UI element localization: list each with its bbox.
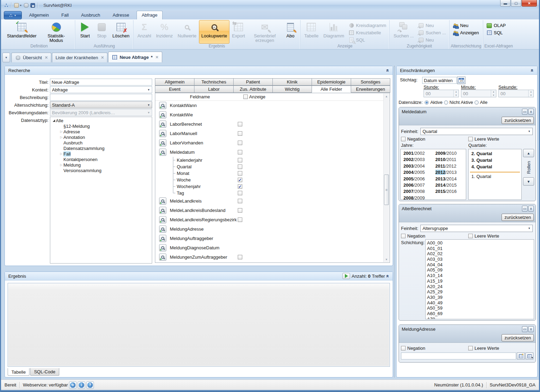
ribbon-button-suchen[interactable]: ↷Suchen ... xyxy=(391,20,416,44)
quick-access-save-button[interactable] xyxy=(31,3,35,8)
schichtung-item-a25-29[interactable]: A25_29 xyxy=(426,289,534,295)
leere-werte-checkbox[interactable] xyxy=(468,346,473,350)
anzeige-checkbox-kalenderjahr[interactable] xyxy=(238,158,242,162)
anzeige-checkbox-woche[interactable] xyxy=(238,178,242,182)
year-item-2009-2010[interactable]: 2009/2010 xyxy=(433,151,464,157)
tree-item-meldung[interactable]: ▷Meldung xyxy=(50,162,152,168)
run-query-button[interactable] xyxy=(342,273,350,279)
time-spinner-stunde[interactable]: 00▲▼ xyxy=(424,90,459,97)
collapse-icon[interactable]: « xyxy=(530,69,535,72)
leere-werte-checkbox[interactable] xyxy=(468,234,473,238)
field-tab-alle-felder[interactable]: Alle Felder xyxy=(312,86,351,93)
tree-item-datensatzsammlung[interactable]: Datensatzsammlung xyxy=(50,145,152,151)
ribbon-button-löschen[interactable]: ✗Löschen xyxy=(110,20,132,44)
section-minimize-button[interactable]: ▭ xyxy=(522,326,528,332)
tree-item-fall[interactable]: ▷Fall xyxy=(50,151,152,157)
year-item-2002-2003[interactable]: 2002/2003 xyxy=(401,157,433,163)
ribbon-tab-fall[interactable]: Fall xyxy=(56,11,74,19)
maximize-button[interactable]: ▢ xyxy=(511,0,521,7)
close-button[interactable]: ✕ xyxy=(522,0,537,7)
leere-werte-checkbox[interactable] xyxy=(468,137,473,141)
schichtung-item-a02-02[interactable]: A02_02 xyxy=(426,251,534,257)
collapse-icon[interactable]: « xyxy=(385,69,390,72)
ribbon-button-standardfelder[interactable]: ✓✎Standardfelder xyxy=(5,20,39,44)
schichtung-item-a10-14[interactable]: A10_14 xyxy=(426,273,534,278)
info-button[interactable]: i xyxy=(78,381,85,389)
year-item-2006-2007[interactable]: 2006/2007 xyxy=(401,182,433,189)
ribbon-button-start[interactable]: Start xyxy=(77,20,93,44)
ergebnis-tab-sql-code[interactable]: SQL-Code xyxy=(30,368,59,376)
year-item-2008-2009[interactable]: 2008/2009 xyxy=(401,195,433,200)
alterberechnet-reset-button[interactable]: zurücksetzen xyxy=(502,214,534,221)
close-icon[interactable]: ✕ xyxy=(45,55,48,60)
datensaetze-radio-aktive[interactable] xyxy=(425,100,429,105)
quartal-item-1-quartal[interactable]: 1. Quartal xyxy=(469,174,521,180)
help-button[interactable]: ? xyxy=(86,381,94,389)
meldungadresse-reset-button[interactable]: zurücksetzen xyxy=(502,334,534,341)
anzeige-checkbox-monat[interactable] xyxy=(238,171,242,176)
ribbon-tab-ausbruch[interactable]: Ausbruch xyxy=(76,11,105,19)
tree-item-adresse[interactable]: ▷Adresse xyxy=(50,129,152,134)
lookup-values-button[interactable]: + xyxy=(159,121,166,128)
quartal-item-3-quartal[interactable]: 3. Quartal xyxy=(469,158,521,164)
schichtung-item-a50-59[interactable]: A50_59 xyxy=(426,305,534,311)
ribbon-tab-allgemein[interactable]: Allgemein xyxy=(24,11,54,19)
scrollbar-thumb[interactable] xyxy=(384,175,389,205)
ribbon-tab-abfrage[interactable]: Abfrage xyxy=(137,11,163,19)
year-item-2003-2004[interactable]: 2003/2004 xyxy=(401,163,433,170)
ribbon-button-diagramm[interactable]: Diagramm xyxy=(321,20,347,44)
field-tab-labor[interactable]: Labor xyxy=(194,86,234,93)
schichtung-item-a05-09[interactable]: A05_09 xyxy=(426,267,534,273)
lookup-values-button[interactable]: + xyxy=(159,149,166,156)
ribbon-button-anzahl[interactable]: ΣAnzahl xyxy=(135,20,154,44)
schichtung-item-a00-00[interactable]: A00_00 xyxy=(426,240,534,246)
anzeige-checkbox-meldelandkreisbundesland[interactable] xyxy=(238,208,242,213)
lookup-values-button[interactable]: + xyxy=(159,225,166,233)
section-minimize-button[interactable]: ▭ xyxy=(522,206,528,212)
field-tab-wichtig[interactable]: Wichtig xyxy=(272,86,312,93)
ribbon-button-nullwerte[interactable]: Nullwerte xyxy=(175,20,199,44)
jahre-listbox[interactable]: 2001/20022009/20102002/20032010/20112003… xyxy=(400,149,466,200)
anzeige-checkbox-meldedatum[interactable] xyxy=(238,150,242,154)
tree-expander-icon[interactable] xyxy=(52,119,56,122)
ribbon-button-suchen[interactable]: ↷Suchen ... xyxy=(416,29,448,36)
lookup-values-button[interactable]: + xyxy=(159,235,166,242)
scroll-down-icon[interactable]: ▼ xyxy=(384,257,389,262)
vertical-splitter[interactable] xyxy=(394,66,394,377)
spin-down-icon[interactable]: ▼ xyxy=(454,93,459,97)
ribbon-button-neu[interactable]: Neu xyxy=(451,22,481,29)
lookup-values-button[interactable]: + xyxy=(159,244,166,251)
tree-expander-icon[interactable]: ▷ xyxy=(59,135,63,139)
field-tab-event[interactable]: Event xyxy=(155,86,194,93)
negation-checkbox[interactable] xyxy=(401,234,406,238)
schichtung-item-a03-03[interactable]: A03_03 xyxy=(426,257,534,262)
ribbon-button-sql[interactable]: SQL xyxy=(485,29,508,36)
time-spinner-minute[interactable]: 00▲▼ xyxy=(461,90,496,97)
titel-input[interactable] xyxy=(50,79,152,86)
minimize-button[interactable]: ▬ xyxy=(500,0,511,7)
schichtung-item-a70[interactable]: A70_ xyxy=(426,317,534,319)
negation-checkbox[interactable] xyxy=(401,137,406,141)
meldedatum-reset-button[interactable]: zurücksetzen xyxy=(502,117,534,124)
lookup-values-button[interactable]: + xyxy=(159,216,166,223)
ergebnis-tab-tabelle[interactable]: Tabelle xyxy=(8,368,29,376)
field-tab-sonstiges[interactable]: Sonstiges xyxy=(351,78,390,86)
calendar-picker-button[interactable]: 15 xyxy=(457,77,465,84)
adresse-search-button[interactable]: ● xyxy=(525,353,533,359)
ribbon-tab-adresse[interactable]: Adresse xyxy=(107,11,134,19)
tree-item-annotation[interactable]: ▷Annotation xyxy=(50,134,152,140)
field-tab-allgemein[interactable]: Allgemein xyxy=(155,78,194,86)
schichtung-listbox[interactable]: A00_00A01_01A02_02A03_03A04_04A05_09A10_… xyxy=(425,239,534,319)
field-tab-epidemiologie[interactable]: Epidemiologie xyxy=(312,78,351,86)
field-tab-patient[interactable]: Patient xyxy=(233,78,273,86)
spin-up-icon[interactable]: ▲ xyxy=(491,90,496,93)
datensaetze-radio-alle[interactable] xyxy=(474,100,479,105)
quick-access-database-button[interactable] xyxy=(24,3,28,8)
lookup-values-button[interactable]: + xyxy=(159,207,166,214)
anzeige-checkbox-laborvorhanden[interactable] xyxy=(238,141,242,145)
refresh-button[interactable]: ↻ xyxy=(69,381,77,389)
ribbon-button-olap[interactable]: OLAP xyxy=(485,22,508,29)
lookup-values-button[interactable]: + xyxy=(159,139,166,146)
ribbon-button-sql[interactable]: SQL xyxy=(347,36,388,44)
schichtung-item-a01-01[interactable]: A01_01 xyxy=(426,246,534,251)
